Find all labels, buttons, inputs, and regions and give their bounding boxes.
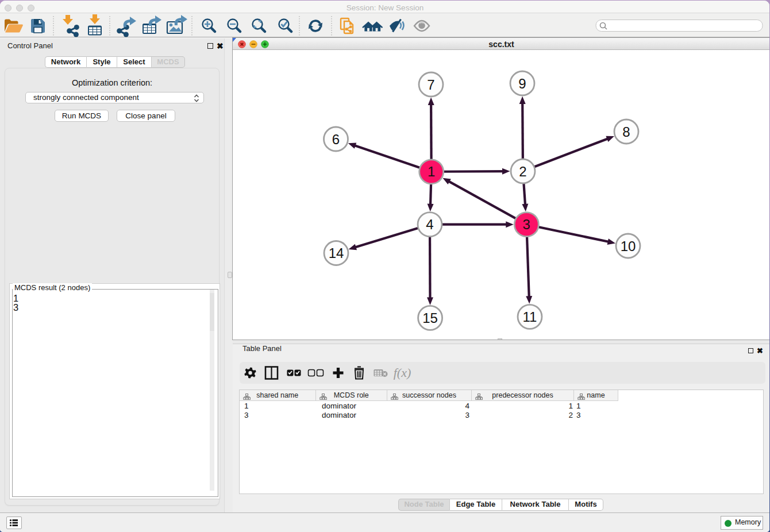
- svg-text:4: 4: [426, 217, 433, 232]
- svg-text:3: 3: [523, 217, 530, 232]
- svg-text:1: 1: [428, 164, 435, 179]
- svg-text:6: 6: [332, 132, 340, 147]
- svg-text:14: 14: [329, 245, 344, 261]
- svg-text:2: 2: [519, 164, 526, 179]
- svg-text:8: 8: [622, 124, 630, 140]
- svg-text:10: 10: [621, 238, 636, 254]
- svg-text:15: 15: [422, 310, 438, 326]
- svg-text:9: 9: [518, 76, 526, 91]
- svg-text:7: 7: [427, 77, 434, 92]
- svg-text:f(x): f(x): [394, 365, 411, 380]
- svg-text:11: 11: [523, 309, 537, 325]
